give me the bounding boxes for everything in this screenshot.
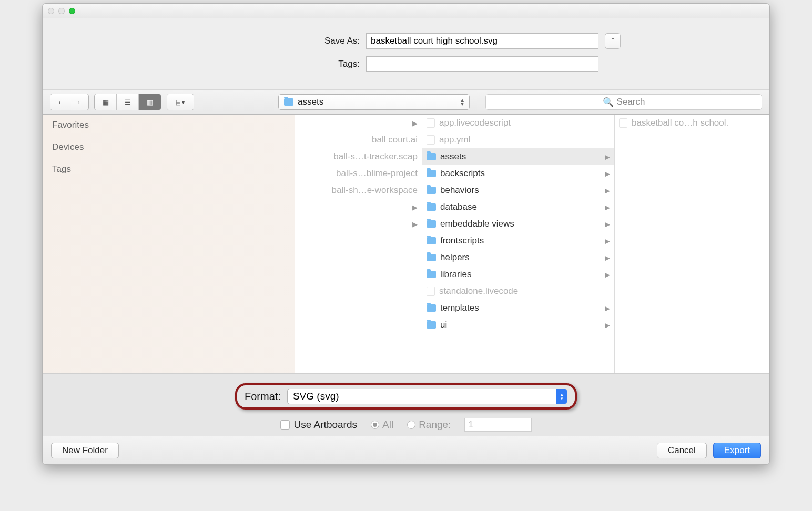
radio-icon xyxy=(407,421,415,429)
list-item[interactable]: ball-s…t-tracker.scap xyxy=(295,148,422,165)
chevron-right-icon: ▶ xyxy=(605,237,610,245)
chevron-right-icon: ▶ xyxy=(605,203,610,211)
list-item[interactable]: ▶ xyxy=(295,115,422,131)
item-label: ball-s…blime-project xyxy=(336,168,418,179)
item-label: ball-sh…e-workspace xyxy=(332,185,418,196)
list-icon: ☰ xyxy=(125,98,131,106)
forward-button[interactable]: › xyxy=(69,94,88,110)
item-label: libraries xyxy=(440,269,601,280)
list-item[interactable]: assets▶ xyxy=(422,148,614,165)
list-item[interactable]: ui▶ xyxy=(422,316,614,333)
collapse-button[interactable]: ˄ xyxy=(605,33,621,49)
item-label: assets xyxy=(440,151,601,162)
list-item[interactable]: ▶ xyxy=(295,199,422,216)
list-item[interactable]: ball-s…blime-project xyxy=(295,165,422,182)
range-radio[interactable]: Range: xyxy=(407,419,451,431)
folder-icon xyxy=(427,220,436,228)
chevron-right-icon: ▶ xyxy=(605,321,610,329)
format-label: Format: xyxy=(245,391,281,403)
use-artboards-checkbox[interactable]: Use Artboards xyxy=(280,419,357,431)
checkbox-icon xyxy=(280,420,290,430)
item-label: backscripts xyxy=(440,168,601,179)
item-label: app.yml xyxy=(439,135,610,145)
list-item[interactable]: helpers▶ xyxy=(422,249,614,266)
use-artboards-label: Use Artboards xyxy=(294,419,357,431)
icon-view-button[interactable]: ▦ xyxy=(95,94,117,110)
list-item[interactable]: ▶ xyxy=(295,216,422,232)
sidebar-devices[interactable]: Devices xyxy=(52,142,285,152)
format-select[interactable]: SVG (svg) ▴▾ xyxy=(287,389,567,404)
chevron-right-icon: ▶ xyxy=(605,153,610,161)
tags-label: Tags: xyxy=(191,59,360,69)
folder-icon xyxy=(427,153,436,160)
file-icon xyxy=(427,135,435,145)
search-icon: 🔍 xyxy=(603,97,614,108)
folder-icon xyxy=(427,321,436,329)
new-folder-button[interactable]: New Folder xyxy=(51,443,119,458)
browser-toolbar: ‹ › ▦ ☰ ▥ ⌸ ▾ assets ▴▾ 🔍 Search xyxy=(43,89,769,115)
folder-icon xyxy=(427,203,436,211)
list-item[interactable]: ball court.ai xyxy=(295,131,422,148)
item-label: ball-s…t-tracker.scap xyxy=(333,151,418,162)
save-as-input[interactable] xyxy=(366,33,598,49)
list-item[interactable]: libraries▶ xyxy=(422,266,614,283)
zoom-window-button[interactable] xyxy=(69,8,75,14)
chevron-right-icon: ▶ xyxy=(605,304,610,312)
list-item[interactable]: ball-sh…e-workspace xyxy=(295,182,422,199)
search-placeholder: Search xyxy=(617,97,645,107)
columns-icon: ▥ xyxy=(147,98,153,106)
range-input[interactable] xyxy=(464,418,532,432)
save-form: Save As: ˄ Tags: xyxy=(43,18,769,89)
item-label: ball court.ai xyxy=(372,135,418,145)
list-item[interactable]: app.livecodescript xyxy=(422,115,614,131)
all-radio[interactable]: All xyxy=(371,419,393,431)
chevron-right-icon: ▶ xyxy=(412,220,418,228)
format-bar: Format: SVG (svg) ▴▾ Use Artboards All R… xyxy=(43,373,769,436)
folder-icon xyxy=(427,271,436,278)
save-as-label: Save As: xyxy=(191,36,360,46)
column-view-button[interactable]: ▥ xyxy=(139,94,161,110)
grid-icon: ▦ xyxy=(103,98,109,106)
chevron-right-icon: › xyxy=(78,98,80,106)
back-button[interactable]: ‹ xyxy=(50,94,69,110)
chevron-right-icon: ▶ xyxy=(412,119,418,127)
radio-icon xyxy=(371,421,379,429)
export-button[interactable]: Export xyxy=(713,443,761,458)
item-label: behaviors xyxy=(440,185,601,196)
list-item[interactable]: database▶ xyxy=(422,199,614,216)
sidebar-tags[interactable]: Tags xyxy=(52,164,285,175)
arrange-button-group: ⌸ ▾ xyxy=(167,94,194,110)
location-popup[interactable]: assets ▴▾ xyxy=(278,94,470,110)
column-3: basketball co…h school. xyxy=(615,115,769,373)
list-item[interactable]: app.yml xyxy=(422,131,614,148)
tags-input[interactable] xyxy=(366,56,598,72)
location-label: assets xyxy=(298,97,323,107)
close-window-button[interactable] xyxy=(48,8,54,14)
item-label: app.livecodescript xyxy=(439,118,610,128)
column-2: app.livecodescriptapp.ymlassets▶backscri… xyxy=(422,115,615,373)
folder-icon xyxy=(427,237,436,244)
updown-icon: ▴▾ xyxy=(556,389,567,404)
item-label: basketball co…h school. xyxy=(632,118,765,128)
item-label: standalone.livecode xyxy=(439,286,610,297)
bottom-bar: New Folder Cancel Export xyxy=(43,436,769,464)
list-item[interactable]: embeddable views▶ xyxy=(422,216,614,232)
arrange-button[interactable]: ⌸ ▾ xyxy=(167,94,194,110)
list-item[interactable]: backscripts▶ xyxy=(422,165,614,182)
updown-icon: ▴▾ xyxy=(461,98,464,106)
file-icon xyxy=(619,118,627,128)
list-item[interactable]: behaviors▶ xyxy=(422,182,614,199)
list-item[interactable]: frontscripts▶ xyxy=(422,232,614,249)
sidebar: Favorites Devices Tags xyxy=(43,115,295,373)
artboard-options: Use Artboards All Range: xyxy=(43,418,769,432)
list-item[interactable]: standalone.livecode xyxy=(422,283,614,300)
cancel-button[interactable]: Cancel xyxy=(657,443,707,458)
sidebar-favorites[interactable]: Favorites xyxy=(52,120,285,130)
list-item[interactable]: templates▶ xyxy=(422,300,614,316)
search-field[interactable]: 🔍 Search xyxy=(485,94,762,110)
list-item[interactable]: basketball co…h school. xyxy=(615,115,769,131)
minimize-window-button[interactable] xyxy=(58,8,65,14)
list-view-button[interactable]: ☰ xyxy=(117,94,139,110)
folder-icon xyxy=(427,170,436,177)
chevron-right-icon: ▶ xyxy=(605,220,610,228)
